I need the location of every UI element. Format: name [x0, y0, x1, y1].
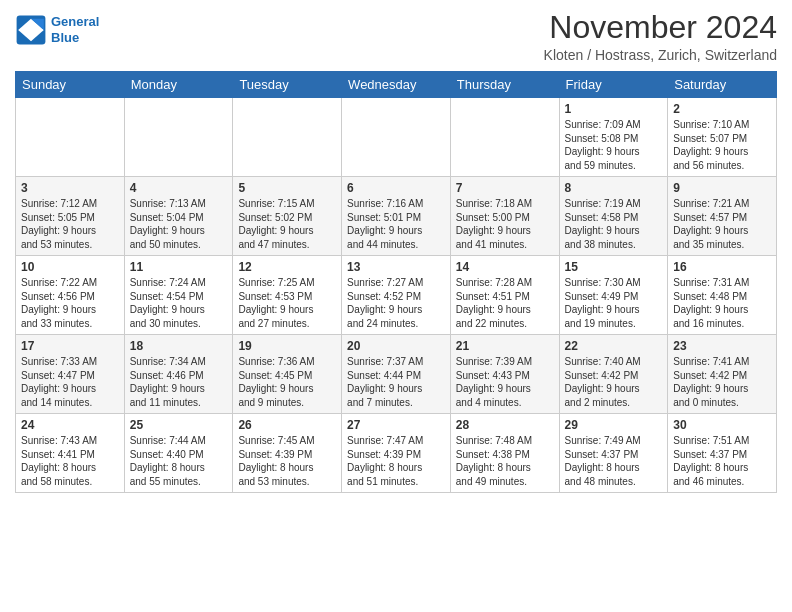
- calendar-cell: 11Sunrise: 7:24 AMSunset: 4:54 PMDayligh…: [124, 256, 233, 335]
- month-title: November 2024: [544, 10, 777, 45]
- calendar-cell: 30Sunrise: 7:51 AMSunset: 4:37 PMDayligh…: [668, 414, 777, 493]
- calendar-cell: [124, 98, 233, 177]
- day-number: 3: [21, 181, 119, 195]
- calendar-cell: 15Sunrise: 7:30 AMSunset: 4:49 PMDayligh…: [559, 256, 668, 335]
- day-number: 5: [238, 181, 336, 195]
- day-number: 29: [565, 418, 663, 432]
- day-number: 27: [347, 418, 445, 432]
- calendar-cell: 13Sunrise: 7:27 AMSunset: 4:52 PMDayligh…: [342, 256, 451, 335]
- calendar-cell: [450, 98, 559, 177]
- cell-content: Sunrise: 7:41 AMSunset: 4:42 PMDaylight:…: [673, 355, 771, 409]
- calendar-cell: 23Sunrise: 7:41 AMSunset: 4:42 PMDayligh…: [668, 335, 777, 414]
- calendar: Sunday Monday Tuesday Wednesday Thursday…: [15, 71, 777, 493]
- day-number: 30: [673, 418, 771, 432]
- day-number: 17: [21, 339, 119, 353]
- day-number: 18: [130, 339, 228, 353]
- cell-content: Sunrise: 7:19 AMSunset: 4:58 PMDaylight:…: [565, 197, 663, 251]
- calendar-cell: 17Sunrise: 7:33 AMSunset: 4:47 PMDayligh…: [16, 335, 125, 414]
- calendar-cell: 16Sunrise: 7:31 AMSunset: 4:48 PMDayligh…: [668, 256, 777, 335]
- day-number: 2: [673, 102, 771, 116]
- logo-text: General Blue: [51, 14, 99, 45]
- cell-content: Sunrise: 7:37 AMSunset: 4:44 PMDaylight:…: [347, 355, 445, 409]
- day-number: 19: [238, 339, 336, 353]
- day-number: 28: [456, 418, 554, 432]
- col-thursday: Thursday: [450, 72, 559, 98]
- week-row-4: 24Sunrise: 7:43 AMSunset: 4:41 PMDayligh…: [16, 414, 777, 493]
- day-number: 22: [565, 339, 663, 353]
- header: General Blue November 2024 Kloten / Host…: [15, 10, 777, 63]
- calendar-cell: 7Sunrise: 7:18 AMSunset: 5:00 PMDaylight…: [450, 177, 559, 256]
- logo-icon: [15, 14, 47, 46]
- cell-content: Sunrise: 7:13 AMSunset: 5:04 PMDaylight:…: [130, 197, 228, 251]
- cell-content: Sunrise: 7:15 AMSunset: 5:02 PMDaylight:…: [238, 197, 336, 251]
- col-wednesday: Wednesday: [342, 72, 451, 98]
- calendar-cell: 27Sunrise: 7:47 AMSunset: 4:39 PMDayligh…: [342, 414, 451, 493]
- cell-content: Sunrise: 7:30 AMSunset: 4:49 PMDaylight:…: [565, 276, 663, 330]
- cell-content: Sunrise: 7:48 AMSunset: 4:38 PMDaylight:…: [456, 434, 554, 488]
- cell-content: Sunrise: 7:09 AMSunset: 5:08 PMDaylight:…: [565, 118, 663, 172]
- cell-content: Sunrise: 7:28 AMSunset: 4:51 PMDaylight:…: [456, 276, 554, 330]
- cell-content: Sunrise: 7:21 AMSunset: 4:57 PMDaylight:…: [673, 197, 771, 251]
- calendar-cell: 29Sunrise: 7:49 AMSunset: 4:37 PMDayligh…: [559, 414, 668, 493]
- day-number: 24: [21, 418, 119, 432]
- day-number: 21: [456, 339, 554, 353]
- cell-content: Sunrise: 7:45 AMSunset: 4:39 PMDaylight:…: [238, 434, 336, 488]
- cell-content: Sunrise: 7:40 AMSunset: 4:42 PMDaylight:…: [565, 355, 663, 409]
- cell-content: Sunrise: 7:24 AMSunset: 4:54 PMDaylight:…: [130, 276, 228, 330]
- calendar-cell: 21Sunrise: 7:39 AMSunset: 4:43 PMDayligh…: [450, 335, 559, 414]
- cell-content: Sunrise: 7:33 AMSunset: 4:47 PMDaylight:…: [21, 355, 119, 409]
- calendar-cell: 8Sunrise: 7:19 AMSunset: 4:58 PMDaylight…: [559, 177, 668, 256]
- calendar-cell: 25Sunrise: 7:44 AMSunset: 4:40 PMDayligh…: [124, 414, 233, 493]
- calendar-cell: 26Sunrise: 7:45 AMSunset: 4:39 PMDayligh…: [233, 414, 342, 493]
- cell-content: Sunrise: 7:36 AMSunset: 4:45 PMDaylight:…: [238, 355, 336, 409]
- cell-content: Sunrise: 7:12 AMSunset: 5:05 PMDaylight:…: [21, 197, 119, 251]
- day-number: 1: [565, 102, 663, 116]
- col-friday: Friday: [559, 72, 668, 98]
- day-number: 12: [238, 260, 336, 274]
- calendar-cell: [16, 98, 125, 177]
- day-number: 26: [238, 418, 336, 432]
- day-number: 23: [673, 339, 771, 353]
- cell-content: Sunrise: 7:51 AMSunset: 4:37 PMDaylight:…: [673, 434, 771, 488]
- week-row-1: 3Sunrise: 7:12 AMSunset: 5:05 PMDaylight…: [16, 177, 777, 256]
- day-number: 4: [130, 181, 228, 195]
- cell-content: Sunrise: 7:16 AMSunset: 5:01 PMDaylight:…: [347, 197, 445, 251]
- calendar-cell: [233, 98, 342, 177]
- day-number: 16: [673, 260, 771, 274]
- calendar-cell: 28Sunrise: 7:48 AMSunset: 4:38 PMDayligh…: [450, 414, 559, 493]
- day-number: 9: [673, 181, 771, 195]
- cell-content: Sunrise: 7:22 AMSunset: 4:56 PMDaylight:…: [21, 276, 119, 330]
- week-row-3: 17Sunrise: 7:33 AMSunset: 4:47 PMDayligh…: [16, 335, 777, 414]
- calendar-cell: 18Sunrise: 7:34 AMSunset: 4:46 PMDayligh…: [124, 335, 233, 414]
- day-number: 7: [456, 181, 554, 195]
- week-row-0: 1Sunrise: 7:09 AMSunset: 5:08 PMDaylight…: [16, 98, 777, 177]
- calendar-cell: 12Sunrise: 7:25 AMSunset: 4:53 PMDayligh…: [233, 256, 342, 335]
- calendar-cell: 14Sunrise: 7:28 AMSunset: 4:51 PMDayligh…: [450, 256, 559, 335]
- col-tuesday: Tuesday: [233, 72, 342, 98]
- day-number: 8: [565, 181, 663, 195]
- calendar-cell: 2Sunrise: 7:10 AMSunset: 5:07 PMDaylight…: [668, 98, 777, 177]
- calendar-cell: 20Sunrise: 7:37 AMSunset: 4:44 PMDayligh…: [342, 335, 451, 414]
- logo-line2: Blue: [51, 30, 79, 45]
- col-saturday: Saturday: [668, 72, 777, 98]
- header-row: Sunday Monday Tuesday Wednesday Thursday…: [16, 72, 777, 98]
- calendar-cell: 24Sunrise: 7:43 AMSunset: 4:41 PMDayligh…: [16, 414, 125, 493]
- calendar-cell: 6Sunrise: 7:16 AMSunset: 5:01 PMDaylight…: [342, 177, 451, 256]
- cell-content: Sunrise: 7:25 AMSunset: 4:53 PMDaylight:…: [238, 276, 336, 330]
- cell-content: Sunrise: 7:43 AMSunset: 4:41 PMDaylight:…: [21, 434, 119, 488]
- day-number: 20: [347, 339, 445, 353]
- cell-content: Sunrise: 7:18 AMSunset: 5:00 PMDaylight:…: [456, 197, 554, 251]
- calendar-cell: 22Sunrise: 7:40 AMSunset: 4:42 PMDayligh…: [559, 335, 668, 414]
- cell-content: Sunrise: 7:47 AMSunset: 4:39 PMDaylight:…: [347, 434, 445, 488]
- day-number: 14: [456, 260, 554, 274]
- calendar-cell: 3Sunrise: 7:12 AMSunset: 5:05 PMDaylight…: [16, 177, 125, 256]
- calendar-cell: 4Sunrise: 7:13 AMSunset: 5:04 PMDaylight…: [124, 177, 233, 256]
- calendar-cell: [342, 98, 451, 177]
- cell-content: Sunrise: 7:34 AMSunset: 4:46 PMDaylight:…: [130, 355, 228, 409]
- day-number: 13: [347, 260, 445, 274]
- week-row-2: 10Sunrise: 7:22 AMSunset: 4:56 PMDayligh…: [16, 256, 777, 335]
- cell-content: Sunrise: 7:10 AMSunset: 5:07 PMDaylight:…: [673, 118, 771, 172]
- cell-content: Sunrise: 7:39 AMSunset: 4:43 PMDaylight:…: [456, 355, 554, 409]
- day-number: 10: [21, 260, 119, 274]
- logo: General Blue: [15, 14, 99, 46]
